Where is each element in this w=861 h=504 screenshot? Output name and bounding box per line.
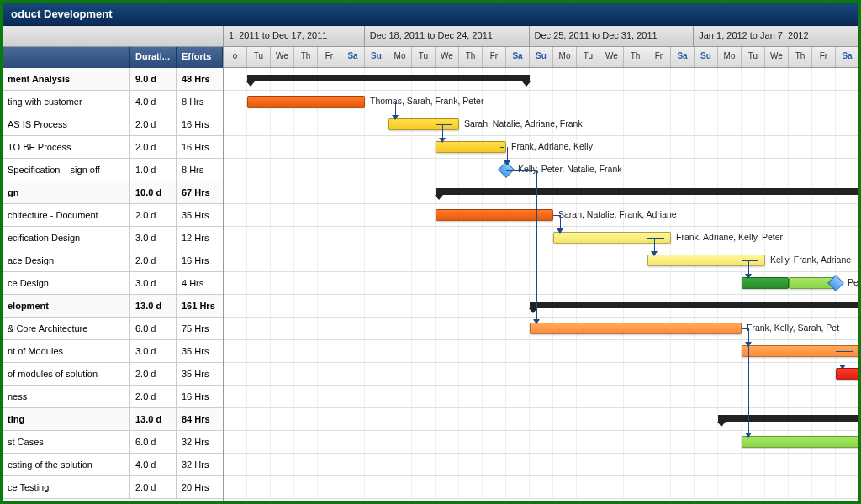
task-row[interactable]: of modules of solution2.0 d35 Hrs	[3, 363, 223, 386]
gantt-row[interactable]: Kelly, Peter, Natalie, Frank	[224, 159, 858, 181]
gantt-row[interactable]	[224, 408, 858, 431]
gantt-bar[interactable]	[742, 436, 858, 448]
gantt-row[interactable]	[224, 181, 858, 204]
gantt-row[interactable]: Frank, Kelly, Sarah, Pet	[224, 318, 858, 340]
bar-label: Kelly, Frank, Adriane	[770, 255, 851, 265]
col-name[interactable]	[3, 47, 130, 68]
task-name: gn	[3, 181, 130, 203]
week-header[interactable]: Dec 18, 2011 to Dec 24, 2011	[365, 26, 530, 46]
day-header[interactable]: Fr	[647, 47, 671, 67]
day-header[interactable]: We	[436, 47, 459, 67]
summary-bar[interactable]	[718, 415, 858, 422]
task-row[interactable]: AS IS Process2.0 d16 Hrs	[3, 113, 223, 136]
task-row[interactable]: ment Analysis9.0 d48 Hrs	[3, 68, 223, 91]
col-efforts[interactable]: Efforts	[177, 47, 223, 68]
task-row[interactable]: chitecture - Document2.0 d35 Hrs	[3, 204, 223, 227]
gantt-row[interactable]	[224, 454, 858, 476]
day-header[interactable]: Sa	[671, 47, 695, 67]
day-header[interactable]: Th	[459, 47, 483, 67]
task-duration: 3.0 d	[130, 340, 177, 362]
gantt-row[interactable]: Sarah, Natalie, Frank, Adriane	[224, 204, 858, 227]
day-header[interactable]: Mo	[553, 47, 577, 67]
task-row[interactable]: ecification Design3.0 d12 Hrs	[3, 227, 223, 249]
day-header[interactable]: Tu	[412, 47, 436, 67]
day-header[interactable]: Fr	[318, 47, 341, 67]
day-header[interactable]: Su	[530, 47, 553, 67]
task-duration: 4.0 d	[130, 91, 177, 113]
day-header[interactable]: Sa	[836, 47, 858, 67]
day-header[interactable]: Fr	[483, 47, 506, 67]
day-header[interactable]: Th	[294, 47, 318, 67]
gantt-row[interactable]: Peter, Th	[224, 272, 858, 295]
gantt-row[interactable]: Thomas, Sarah, Frank, Peter	[224, 91, 858, 113]
day-header[interactable]: Su	[695, 47, 718, 67]
summary-bar[interactable]	[247, 75, 530, 81]
task-row[interactable]: elopment13.0 d161 Hrs	[3, 295, 223, 318]
day-header[interactable]: Sa	[341, 47, 365, 67]
task-efforts: 161 Hrs	[177, 295, 223, 317]
task-row[interactable]: & Core Architecture6.0 d75 Hrs	[3, 318, 223, 340]
gantt-row[interactable]	[224, 363, 858, 386]
bar-label: Kelly, Peter, Natalie, Frank	[518, 164, 622, 174]
task-row[interactable]: gn10.0 d67 Hrs	[3, 181, 223, 204]
day-header[interactable]: Th	[789, 47, 812, 67]
task-duration: 2.0 d	[130, 249, 177, 271]
gantt-bar[interactable]	[836, 368, 858, 380]
task-efforts: 16 Hrs	[177, 386, 223, 407]
week-header[interactable]: Jan 1, 2012 to Jan 7, 2012	[694, 26, 858, 46]
day-header[interactable]: Su	[365, 47, 388, 67]
task-duration: 2.0 d	[130, 204, 177, 226]
task-row[interactable]: nt of Modules3.0 d35 Hrs	[3, 340, 223, 363]
gantt-row[interactable]	[224, 295, 858, 318]
day-header[interactable]: o	[224, 47, 247, 67]
day-header[interactable]: Tu	[577, 47, 600, 67]
gantt-bar[interactable]	[436, 209, 553, 221]
task-duration: 13.0 d	[130, 295, 177, 317]
gantt-row[interactable]: Frank, Adriane, Kelly	[224, 136, 858, 159]
task-name: st Cases	[3, 431, 130, 453]
task-row[interactable]: Specification – sign off1.0 d8 Hrs	[3, 159, 223, 181]
gantt-chart[interactable]: 1, 2011 to Dec 17, 2011Dec 18, 2011 to D…	[224, 26, 858, 501]
gantt-bar[interactable]	[247, 96, 365, 108]
task-efforts: 8 Hrs	[177, 91, 223, 113]
gantt-bar[interactable]	[436, 141, 506, 153]
gantt-row[interactable]: Frank, Adriane, Kelly, Peter	[224, 227, 858, 249]
gantt-row[interactable]: Natalie, A	[224, 340, 858, 363]
task-row[interactable]: TO BE Process2.0 d16 Hrs	[3, 136, 223, 159]
task-row[interactable]: ting with customer4.0 d8 Hrs	[3, 91, 223, 113]
dependency-line	[742, 328, 748, 329]
day-header[interactable]: Sa	[506, 47, 530, 67]
gantt-row[interactable]	[224, 431, 858, 454]
summary-bar[interactable]	[530, 302, 858, 308]
day-header[interactable]: Tu	[742, 47, 765, 67]
day-header[interactable]: We	[271, 47, 294, 67]
gantt-row[interactable]: Kelly, Frank, Adriane	[224, 249, 858, 272]
week-header[interactable]: 1, 2011 to Dec 17, 2011	[224, 26, 365, 46]
gantt-bar[interactable]	[742, 277, 789, 289]
task-row[interactable]: ting13.0 d84 Hrs	[3, 408, 223, 431]
gantt-row[interactable]: Sarah, Natalie, Adriane, Frank	[224, 113, 858, 136]
gantt-bar[interactable]	[530, 323, 742, 334]
task-table: Durati... Efforts ment Analysis9.0 d48 H…	[3, 26, 224, 501]
day-header[interactable]: Mo	[718, 47, 742, 67]
day-header[interactable]: We	[765, 47, 789, 67]
summary-bar[interactable]	[436, 188, 858, 195]
day-header[interactable]: Fr	[812, 47, 836, 67]
gantt-row[interactable]	[224, 68, 858, 91]
task-row[interactable]: ce Design3.0 d4 Hrs	[3, 272, 223, 295]
week-header[interactable]: Dec 25, 2011 to Dec 31, 2011	[530, 26, 695, 46]
task-row[interactable]: ness2.0 d16 Hrs	[3, 386, 223, 408]
task-row[interactable]: ce Testing2.0 d20 Hrs	[3, 476, 223, 499]
task-row[interactable]: ace Design2.0 d16 Hrs	[3, 249, 223, 272]
day-header[interactable]: Th	[624, 47, 647, 67]
day-header[interactable]: We	[600, 47, 624, 67]
dependency-arrow-icon	[439, 138, 446, 143]
task-row[interactable]: esting of the solution4.0 d32 Hrs	[3, 454, 223, 476]
day-header[interactable]: Mo	[388, 47, 412, 67]
gantt-row[interactable]	[224, 386, 858, 408]
gantt-row[interactable]	[224, 476, 858, 499]
col-duration[interactable]: Durati...	[130, 47, 177, 68]
task-duration: 3.0 d	[130, 272, 177, 294]
task-row[interactable]: st Cases6.0 d32 Hrs	[3, 431, 223, 454]
day-header[interactable]: Tu	[247, 47, 271, 67]
